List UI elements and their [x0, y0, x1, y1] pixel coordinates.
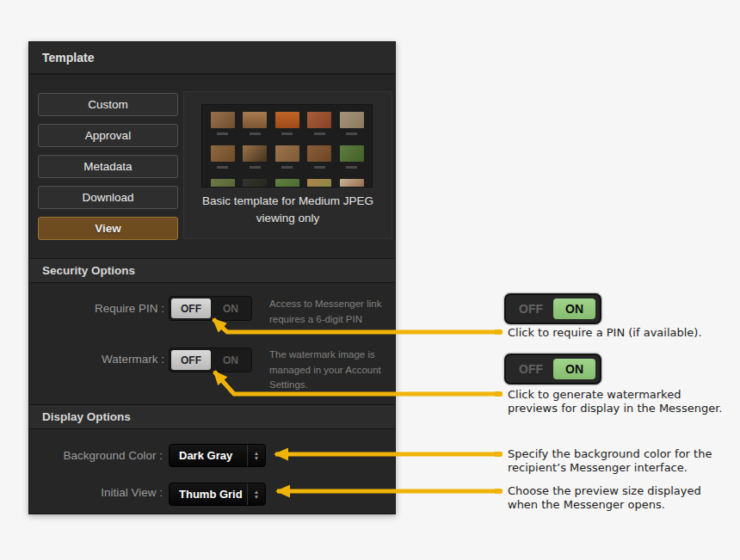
template-settings-panel: Template Custom Approval Metadata Downlo…: [28, 41, 396, 514]
thumbnail-label-bar: [250, 166, 261, 169]
stepper-down-icon: ▼: [254, 456, 259, 461]
toggle-on-segment[interactable]: ON: [210, 297, 251, 320]
note-require-pin: Click to require a PIN (if available).: [508, 326, 738, 340]
toggle-off-segment[interactable]: OFF: [171, 298, 211, 318]
thumbnail: [275, 112, 299, 135]
initial-view-label: Initial View :: [38, 486, 163, 500]
thumbnail: [307, 179, 331, 188]
panel-title: Template: [42, 51, 94, 65]
thumbnail: [211, 112, 235, 135]
thumbnail-label-bar: [217, 166, 228, 169]
preview-caption: Basic template for Medium JPEG viewing o…: [184, 193, 392, 227]
thumbnail: [243, 112, 267, 135]
template-button-custom[interactable]: Custom: [38, 93, 178, 116]
template-button-metadata[interactable]: Metadata: [38, 155, 178, 178]
template-preview-box: Basic template for Medium JPEG viewing o…: [183, 91, 392, 239]
note-background-color: Specify the background color for the rec…: [508, 447, 723, 475]
dropdown-stepper-icon[interactable]: ▲ ▼: [247, 483, 265, 505]
thumbnail-label-bar: [217, 132, 228, 135]
thumbnail-label-bar: [346, 166, 357, 169]
toggle-off-segment[interactable]: OFF: [171, 350, 211, 370]
watermark-toggle[interactable]: OFF ON: [169, 348, 252, 372]
toggle-on-label: ON: [553, 359, 595, 379]
toggle-off-label: OFF: [506, 295, 556, 323]
initial-view-dropdown[interactable]: Thumb Grid ▲ ▼: [169, 483, 266, 506]
note-initial-view: Choose the preview size displayed when t…: [508, 484, 714, 512]
button-label: Custom: [88, 98, 128, 111]
thumbnail: [211, 145, 235, 169]
dropdown-value: Dark Gray: [170, 449, 247, 462]
thumbnail: [275, 145, 299, 169]
security-options-header: Security Options: [29, 258, 395, 283]
require-pin-helper: Access to Messenger link requires a 6-di…: [269, 297, 400, 327]
require-pin-toggle[interactable]: OFF ON: [169, 296, 252, 321]
thumbnail: [243, 179, 267, 188]
thumbnail-label-bar: [314, 132, 325, 135]
display-options-header: Display Options: [29, 404, 395, 429]
dropdown-stepper-icon[interactable]: ▲ ▼: [247, 445, 265, 466]
note-bullet-icon: [495, 452, 501, 457]
thumbnail-row: [202, 145, 372, 169]
button-label: View: [95, 222, 121, 235]
thumbnail-grid: [201, 104, 373, 188]
note-bullet-icon: [495, 329, 501, 335]
thumbnail: [243, 145, 267, 169]
thumbnail-label-bar: [314, 166, 325, 169]
illustration-toggle-on-watermark: OFF ON: [504, 354, 601, 385]
thumbnail: [340, 112, 364, 135]
toggle-on-segment[interactable]: ON: [210, 348, 251, 372]
note-bullet-icon: [495, 489, 501, 494]
thumbnail-row: [202, 179, 372, 188]
thumbnail: [307, 112, 331, 135]
button-label: Approval: [85, 129, 131, 142]
illustration-toggle-on-pin: OFF ON: [504, 293, 601, 324]
section-title: Security Options: [42, 264, 135, 277]
toggle-off-label: OFF: [506, 355, 556, 383]
dropdown-value: Thumb Grid: [170, 488, 247, 501]
button-label: Download: [82, 191, 133, 204]
section-title: Display Options: [42, 410, 131, 423]
thumbnail-label-bar: [281, 132, 293, 135]
thumbnail-label-bar: [250, 132, 261, 135]
thumbnail: [211, 179, 235, 188]
annotated-screenshot: Template Custom Approval Metadata Downlo…: [0, 0, 740, 560]
thumbnail: [340, 179, 364, 188]
note-watermark: Click to generate watermarked previews f…: [508, 388, 728, 415]
thumbnail-label-bar: [281, 166, 293, 169]
watermark-helper: The watermark image is managed in your A…: [269, 348, 400, 393]
thumbnail: [307, 145, 331, 169]
background-color-dropdown[interactable]: Dark Gray ▲ ▼: [169, 444, 266, 467]
thumbnail-label-bar: [346, 132, 357, 135]
panel-title-bar: Template: [29, 42, 395, 75]
toggle-on-label: ON: [553, 298, 595, 319]
template-button-view[interactable]: View: [38, 217, 178, 240]
note-bullet-icon: [495, 391, 501, 397]
background-color-label: Background Color :: [38, 449, 163, 463]
thumbnail: [340, 145, 364, 169]
watermark-label: Watermark :: [46, 353, 164, 366]
template-button-approval[interactable]: Approval: [38, 124, 178, 147]
thumbnail-row: [202, 112, 372, 135]
thumbnail: [275, 179, 299, 188]
require-pin-label: Require PIN :: [46, 302, 164, 316]
template-button-download[interactable]: Download: [38, 186, 178, 209]
stepper-down-icon: ▼: [254, 495, 259, 500]
button-label: Metadata: [83, 160, 132, 173]
